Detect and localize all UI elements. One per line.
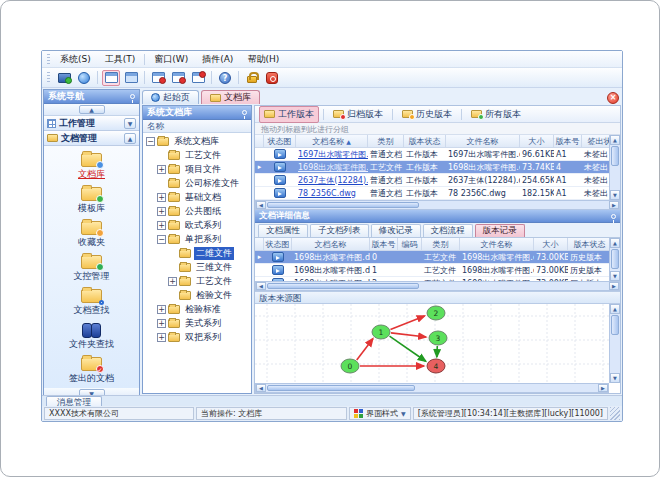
tab-modify-records[interactable]: 修改记录 [371, 224, 421, 237]
scrollbar-thumb[interactable] [267, 202, 419, 208]
globe-button[interactable] [75, 70, 93, 86]
column-header[interactable]: 状态图 [264, 238, 292, 250]
pin-icon[interactable] [130, 94, 135, 99]
graph-node[interactable]: 2 [427, 306, 445, 320]
tree-node[interactable]: 三维文件 [143, 260, 251, 274]
scroll-right-button[interactable]: ▶ [609, 201, 619, 209]
scrollbar-track[interactable] [610, 336, 620, 373]
sidebar-item-folder-search[interactable]: 文件夹查找 [44, 320, 139, 354]
tab-doc-flow[interactable]: 文档流程 [423, 224, 473, 237]
pin-icon[interactable] [242, 110, 247, 115]
tree-toggle-minus[interactable]: − [146, 137, 155, 146]
scroll-down-button[interactable]: ▼ [610, 373, 620, 383]
scroll-right-button[interactable]: ▶ [609, 282, 619, 290]
help-button[interactable]: ? [216, 70, 234, 86]
ui-style-selector[interactable]: 界面样式 ▼ [349, 407, 411, 420]
table-row[interactable]: ▸1698出水嘴零件图.dwg0工艺文件1698出水嘴零件图.dwg73.00K… [255, 251, 609, 264]
graph-node[interactable]: 1 [372, 325, 390, 339]
tree-toggle-plus[interactable]: + [157, 165, 166, 174]
column-header[interactable]: 大小 [520, 135, 554, 147]
column-header[interactable]: 签出状态 [582, 135, 609, 147]
column-header[interactable]: 文件名称 [460, 238, 534, 250]
tree-toggle-plus[interactable]: + [157, 333, 166, 342]
rebar-grip[interactable] [47, 54, 50, 65]
tree-node[interactable]: 检验文件 [143, 288, 251, 302]
vertical-scrollbar[interactable]: ▲ ▼ [609, 135, 620, 200]
scrollbar-track[interactable] [610, 167, 620, 190]
column-header[interactable]: 文档名称▲ [296, 135, 368, 147]
tree-node[interactable]: +基础文档 [143, 190, 251, 204]
column-header[interactable]: 类别 [368, 135, 404, 147]
tab-doc-properties[interactable]: 文档属性 [258, 224, 308, 237]
tree-toggle-plus[interactable]: + [157, 319, 166, 328]
tree-toggle-plus[interactable]: + [157, 193, 166, 202]
tree-node[interactable]: 二维文件 [143, 246, 251, 260]
scroll-up-button[interactable]: ▲ [610, 304, 620, 314]
pin-icon[interactable] [611, 214, 616, 219]
menu-item-system[interactable]: 系统(S) [53, 53, 98, 66]
table-row[interactable]: 78 2356C.dwg普通文档工作版本78 2356C.dwg182.15KB… [255, 187, 609, 200]
scroll-right-button[interactable]: ▶ [598, 384, 608, 392]
window-alt-button[interactable] [122, 70, 140, 86]
scrollbar-track[interactable] [416, 384, 598, 392]
tree-toggle-plus[interactable]: + [168, 277, 177, 286]
chevron-down-icon[interactable]: ▼ [124, 118, 136, 129]
tree-node[interactable]: +检验标准 [143, 302, 251, 316]
chevron-up-icon[interactable]: ▲ [124, 133, 136, 144]
tree-node[interactable]: +美式系列 [143, 316, 251, 330]
sidebar-item-checked-out-documents[interactable]: ✓签出的文档 [44, 354, 139, 388]
sidebar-group-work-management[interactable]: 工作管理▼ [44, 116, 139, 131]
sidebar-group-document-management[interactable]: 文档管理▲ [44, 131, 139, 146]
sidebar-item-document-search[interactable]: 文档查找 [44, 286, 139, 320]
tree-node[interactable]: +双把系列 [143, 330, 251, 344]
tree-node[interactable]: +工艺文件 [143, 274, 251, 288]
scroll-up-button[interactable]: ▲ [610, 135, 620, 145]
working-version-button[interactable]: 工作版本 [259, 106, 319, 123]
archived-version-button[interactable]: 归档版本 [328, 106, 388, 123]
menu-item-plugins[interactable]: 插件(A) [195, 53, 240, 66]
tree-node[interactable]: 工艺文件 [143, 148, 251, 162]
tree-column-header[interactable]: 名称 [143, 120, 251, 133]
menu-item-help[interactable]: 帮助(H) [240, 53, 286, 66]
window-button[interactable] [102, 70, 120, 86]
column-header[interactable]: 文件名称 [446, 135, 520, 147]
menu-item-tools[interactable]: 工具(T) [98, 53, 143, 66]
lock-button[interactable] [243, 70, 261, 86]
tab-start-page[interactable]: 起始页 [142, 90, 199, 104]
table-row[interactable]: ▸1698出水嘴零件图.dwg工艺文件工作版本1698出水嘴零件图.dwg73.… [255, 161, 609, 174]
tab-document-library[interactable]: 文档库 [201, 90, 260, 104]
collapse-up-button[interactable]: ▲ [79, 105, 105, 114]
resize-grip[interactable] [610, 407, 620, 420]
close-tab-button[interactable]: × [607, 92, 619, 104]
vertical-scrollbar[interactable]: ▲ ▼ [609, 304, 620, 383]
sidebar-item-document-library[interactable]: 文档库 [44, 150, 139, 184]
tree-node[interactable]: −系统文档库 [143, 134, 251, 148]
table-row[interactable]: 1698出水嘴零件图.dwg2工艺文件1698出水嘴零件图.dwg73.00KB… [255, 277, 609, 281]
all-versions-button[interactable]: 所有版本 [466, 106, 526, 123]
scroll-down-button[interactable]: ▼ [610, 271, 620, 281]
table-row[interactable]: 1697出水嘴零件图.dwg普通文档工作版本1697出水嘴零件图.dwg96.6… [255, 148, 609, 161]
column-header[interactable]: 状态图 [264, 135, 296, 147]
graph-node[interactable]: 4 [427, 359, 445, 373]
scrollbar-track[interactable] [420, 282, 609, 290]
scrollbar-thumb[interactable] [267, 385, 415, 391]
graph-node[interactable]: 0 [341, 359, 359, 373]
mail-badge-button[interactable] [169, 70, 187, 86]
column-header[interactable]: 版本号 [554, 135, 582, 147]
tree-toggle-plus[interactable]: + [157, 221, 166, 230]
sidebar-item-template-library[interactable]: 模板库 [44, 184, 139, 218]
tree-node[interactable]: +公共图纸 [143, 204, 251, 218]
scrollbar-track[interactable] [420, 201, 609, 209]
column-header[interactable]: 版本号 [370, 238, 398, 250]
tree-toggle-plus[interactable]: + [157, 305, 166, 314]
column-header[interactable]: 版本状态 [568, 238, 609, 250]
tree-node[interactable]: +项目文件 [143, 162, 251, 176]
horizontal-scrollbar[interactable]: ◀ ▶ [255, 383, 609, 393]
mail-badge2-button[interactable] [189, 70, 207, 86]
scrollbar-thumb[interactable] [611, 315, 619, 335]
column-header[interactable]: 版本状态 [404, 135, 446, 147]
tree-node[interactable]: −单把系列 [143, 232, 251, 246]
column-header[interactable]: 类别 [422, 238, 460, 250]
scrollbar-thumb[interactable] [611, 249, 619, 269]
scrollbar-thumb[interactable] [267, 283, 419, 289]
